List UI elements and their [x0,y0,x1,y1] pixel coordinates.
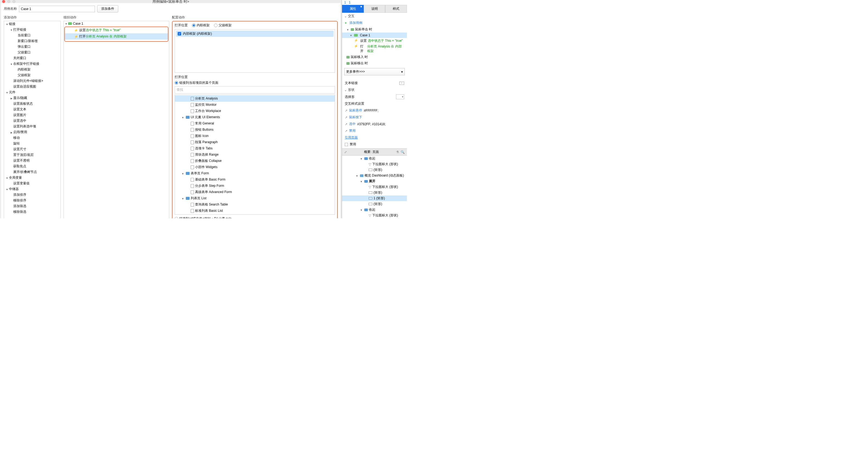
page-tree-item[interactable]: 选项卡 Tabs [175,145,335,152]
page-tree-item[interactable]: 查询表格 Search Table [175,201,335,208]
page-tree-item[interactable]: 常用 General [175,120,335,127]
action-tree-item[interactable]: 内联框架 [4,67,61,72]
page-tree-item[interactable]: 折叠面板 Collapse [175,158,335,164]
ref-page-link[interactable]: 引用页面 [345,135,358,140]
action-tree-item[interactable]: 设置自适应视图 [4,84,61,90]
action-tree-item[interactable]: 设置图片 [4,112,61,118]
radio-link-url[interactable]: 链接到url或文件<例如：D:\小楼.avi> [175,217,335,218]
page-tree-item[interactable]: UI 元素 UI Elements [175,114,335,120]
page-link-tree[interactable]: 分析页 Analysis监控页 Monitor工作台 WorkplaceUI 元… [175,95,335,215]
radio-parent-frame[interactable]: 父级框架 [214,23,231,28]
page-tree-item[interactable]: 高级表单 Advanced Form [175,189,335,195]
page-tree-item[interactable]: 工作台 Workplace [175,108,335,114]
action-tree-item[interactable]: 打开链接 [4,27,61,33]
page-tree-item[interactable]: 表单页 Form [175,170,335,176]
page-tree-item[interactable]: 分析页 Analysis [175,95,335,102]
outline-item[interactable]: (矩形) [342,167,407,173]
page-tree-item[interactable]: 按钮 Buttons [175,127,335,133]
shape-section[interactable]: 形状 [342,87,407,93]
action-tree-item[interactable]: 启用/禁用 [4,129,61,135]
radio-inline-frame[interactable]: 内联框架 [192,23,210,28]
more-events-dropdown[interactable]: 更多事件>>>▾ [344,68,405,75]
action-tree-item[interactable]: 滚动到元件<锚链接> [4,78,61,84]
event-row[interactable]: 鼠标单击 时 [342,26,407,33]
page-tree-item[interactable]: 分步表单 Step Form [175,183,335,189]
frame-target-item[interactable]: ✓ 内部框架 (内联框架) [176,31,334,37]
action-tree-item[interactable]: 移除排序 [4,198,61,203]
action-tree-item[interactable]: 设置尺寸 [4,146,61,152]
action-tree-item[interactable]: 移动 [4,135,61,141]
action-tree-item[interactable]: 设置变量值 [4,180,61,186]
action-tree-item[interactable]: 父级窗口 [4,50,61,55]
page-tree-item[interactable]: 列表页 List [175,195,335,201]
outline-item[interactable]: 收起 [342,207,407,212]
action-tree-item[interactable]: 获取焦点 [4,164,61,169]
filter-icon[interactable]: ⚗ [396,150,399,154]
event-row[interactable]: 鼠标移出 时 [342,60,407,66]
action-tree-item[interactable]: 当前窗口 [4,33,61,38]
page-search-input[interactable]: 查找 [175,86,335,94]
action-tree-item[interactable]: 中继器 [4,186,61,192]
checkbox-icon[interactable]: ✓ [178,32,181,35]
outline-item[interactable]: ▽下拉图标大 (形状) [342,212,407,218]
action-tree-item[interactable]: 全局变量 [4,175,61,180]
org-action-row[interactable]: ⚡打开 分析页 Analysis 在 内部框架 [65,33,168,40]
add-case-link[interactable]: +添加用例 [342,20,407,26]
outline-item[interactable]: 1 (矩形) [342,196,407,201]
outline-item[interactable]: ▽下拉图标大 (形状) [342,161,407,167]
outline-item[interactable]: (矩形) [342,201,407,207]
action-tree-item[interactable]: 在框架中打开链接 [4,61,61,67]
org-action-row[interactable]: ⚡设置 选中状态于 This = "true" [65,27,168,33]
add-condition-button[interactable]: 添加条件 [97,5,118,12]
action-tree-item[interactable]: 置于顶层/底层 [4,152,61,158]
page-tree-item[interactable]: 监控页 Monitor [175,102,335,108]
style-state-row[interactable]: ↗ 选中 #3792FF; #101418; [342,121,407,127]
tab-style[interactable]: 样式 [385,5,407,13]
action-tree-item[interactable]: 设置文本 [4,106,61,112]
action-tree-item[interactable]: 关闭窗口 [4,55,61,61]
event-action[interactable]: ⚡设置 选中状态于 This = "true" [342,38,407,44]
tab-properties[interactable]: 属性 [342,5,364,13]
outline-item[interactable]: 展开 [342,178,407,184]
style-state-row[interactable]: ↗ 鼠标按下 [342,114,407,121]
action-tree-item[interactable]: 元件 [4,90,61,95]
action-tree-item[interactable]: 设置选中 [4,118,61,124]
action-tree-item[interactable]: 展开/折叠树节点 [4,169,61,175]
page-tree-item[interactable]: 标准列表 Basic List [175,208,335,214]
outline-item[interactable]: ▽下拉图标大 (形状) [342,184,407,190]
event-action[interactable]: ⚡打开 分析页 Analysis 在 内部框架 [342,44,407,54]
action-tree-item[interactable]: 弹出窗口 [4,44,61,50]
tab-notes[interactable]: 说明 [364,5,385,13]
text-link-icon[interactable]: ≡ [399,81,404,85]
case-node[interactable]: Case 1 [64,21,169,26]
action-tree-item[interactable]: 添加排序 [4,192,61,198]
outline-tree[interactable]: 收起▽下拉图标大 (形状)(矩形)概览 Dashboard (动态面板)展开▽下… [342,156,407,218]
action-tree-item[interactable]: 新窗口/新标签 [4,38,61,44]
page-tree-item[interactable]: 图标 Icon [175,133,335,139]
style-state-row[interactable]: ↗ 禁用 [342,127,407,134]
case-row[interactable]: Case 1 [342,33,407,38]
style-state-row[interactable]: ↗ 鼠标悬停 #FFFFFF; [342,107,407,114]
page-tree-item[interactable]: 基础表单 Basic Form [175,176,335,183]
outline-item[interactable]: 收起 [342,156,407,161]
case-name-input[interactable] [19,6,95,12]
page-tree-item[interactable]: 段落 Paragraph [175,139,335,145]
search-icon[interactable]: 🔍 [401,150,405,154]
page-tree-item[interactable]: 小部件 Widgets [175,164,335,170]
page-tree-item[interactable]: 滑块选择 Range [175,152,335,158]
action-tree-item[interactable]: 设置不透明 [4,158,61,164]
action-tree-item[interactable]: 设置面板状态 [4,101,61,106]
action-tree-item[interactable]: 添加筛选 [4,203,61,209]
frame-target-list[interactable]: ✓ 内部框架 (内联框架) [175,29,335,73]
interactions-section[interactable]: 交互 [342,13,407,20]
action-tree-item[interactable]: 父级框架 [4,72,61,78]
action-tree-item[interactable]: 显示/隐藏 [4,95,61,101]
outline-item[interactable]: (矩形) [342,190,407,196]
action-tree-item[interactable]: 设置列表选中项 [4,124,61,129]
radio-link-current-project[interactable]: 链接到当前项目的某个页面 [175,80,335,85]
event-row[interactable]: 鼠标移入 时 [342,54,407,60]
disable-checkbox[interactable] [345,143,348,146]
outline-item[interactable]: 概览 Dashboard (动态面板) [342,173,407,178]
action-tree-item[interactable]: 链接 [4,21,61,27]
action-tree-item[interactable]: 旋转 [4,141,61,146]
